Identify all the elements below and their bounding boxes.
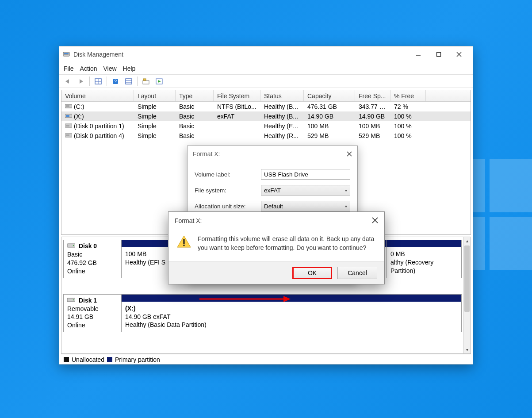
- svg-marker-8: [80, 79, 83, 84]
- volume-cell: Healthy (B...: [260, 103, 304, 110]
- volume-cell: Healthy (R...: [260, 132, 304, 139]
- volume-cell: 529 MB: [355, 132, 390, 139]
- svg-rect-29: [67, 244, 75, 247]
- cancel-button[interactable]: Cancel: [337, 267, 377, 279]
- window-title: Disk Management: [73, 51, 408, 58]
- format-volume-label-lbl: Volume label:: [195, 171, 261, 178]
- col-volume[interactable]: Volume: [61, 90, 134, 101]
- volume-row[interactable]: (C:)SimpleBasicNTFS (BitLo...Healthy (B.…: [61, 102, 471, 111]
- toolbar-view-split-icon[interactable]: [92, 76, 104, 87]
- disk1-title: Disk 1: [79, 297, 97, 304]
- disk1-status: Online: [67, 321, 118, 330]
- format-filesystem-select[interactable]: exFAT ▾: [261, 185, 350, 196]
- toolbar-list-icon[interactable]: [123, 76, 134, 87]
- svg-rect-31: [67, 298, 75, 302]
- toolbar-help-icon[interactable]: ?: [110, 76, 121, 87]
- drive-icon: [65, 132, 72, 138]
- drive-icon: [65, 113, 72, 118]
- volume-cell: Basic: [176, 123, 214, 130]
- svg-rect-17: [143, 81, 149, 84]
- volume-row[interactable]: (Disk 0 partition 4)SimpleBasicHealthy (…: [61, 131, 471, 141]
- volume-cell: 14.90 GB: [355, 113, 390, 120]
- disk0-info: Disk 0 Basic 476.92 GB Online: [63, 240, 122, 278]
- svg-rect-22: [66, 105, 69, 107]
- svg-rect-14: [126, 79, 132, 84]
- format-aus-select[interactable]: Default ▾: [261, 201, 350, 211]
- volume-cell: 529 MB: [304, 132, 355, 139]
- ok-button[interactable]: OK: [292, 267, 332, 279]
- legend-unallocated: Unallocated: [72, 356, 104, 363]
- format-aus-value: Default: [264, 203, 283, 210]
- col-layout[interactable]: Layout: [134, 90, 176, 101]
- disks-scrollbar[interactable]: ▴ ▾: [463, 237, 471, 353]
- volume-cell: (X:): [61, 113, 134, 120]
- legend-primary: Primary partition: [115, 356, 160, 363]
- disk-icon: [67, 296, 75, 302]
- format-dialog-close-icon[interactable]: [334, 151, 352, 157]
- partition[interactable]: 0 MBalthy (Recovery Partition): [387, 240, 461, 278]
- confirm-dialog-titlebar[interactable]: Format X:: [168, 212, 384, 230]
- disk0-size: 476.92 GB: [67, 259, 118, 267]
- toolbar-back-icon[interactable]: [62, 76, 73, 87]
- menu-file[interactable]: File: [64, 65, 74, 72]
- titlebar[interactable]: Disk Management: [59, 46, 473, 62]
- menu-view[interactable]: View: [103, 65, 116, 72]
- col-pctfree[interactable]: % Free: [390, 90, 426, 101]
- menu-help[interactable]: Help: [123, 65, 136, 72]
- disk1-partitions: (X:)14.90 GB exFATHealthy (Basic Data Pa…: [122, 294, 462, 333]
- volume-cell: 100 MB: [355, 123, 390, 130]
- partition[interactable]: (X:)14.90 GB exFATHealthy (Basic Data Pa…: [122, 295, 461, 332]
- partition-header-bar: [122, 240, 169, 247]
- volume-cell: 14.90 GB: [304, 113, 355, 120]
- scroll-up-icon[interactable]: ▴: [463, 237, 471, 245]
- svg-rect-26: [66, 125, 69, 127]
- volume-cell: NTFS (BitLo...: [214, 103, 260, 110]
- partition[interactable]: 100 MBHealthy (EFI S: [122, 240, 169, 278]
- volume-cell: exFAT: [214, 113, 260, 120]
- volume-row[interactable]: (Disk 0 partition 1)SimpleBasicHealthy (…: [61, 121, 471, 131]
- disk-row-1[interactable]: Disk 1 Removable 14.91 GB Online (X:)14.…: [63, 294, 462, 333]
- volume-cell: Simple: [134, 113, 176, 120]
- menu-action[interactable]: Action: [80, 65, 97, 72]
- format-volume-label-input[interactable]: [261, 169, 350, 180]
- svg-point-30: [73, 245, 74, 246]
- svg-rect-18: [143, 79, 146, 81]
- col-capacity[interactable]: Capacity: [304, 90, 355, 101]
- chevron-down-icon: ▾: [345, 204, 347, 209]
- col-filesystem[interactable]: File System: [214, 90, 260, 101]
- confirm-dialog-close-icon[interactable]: [372, 217, 378, 225]
- volume-cell: 476.31 GB: [304, 103, 355, 110]
- drive-icon: [65, 103, 72, 108]
- col-status[interactable]: Status: [260, 90, 304, 101]
- volumes-header-row: Volume Layout Type File System Status Ca…: [61, 90, 471, 102]
- close-button[interactable]: [449, 48, 469, 61]
- drive-icon: [65, 123, 72, 128]
- volume-cell: 100 %: [390, 132, 426, 139]
- volume-row[interactable]: (X:)SimpleBasicexFATHealthy (B...14.90 G…: [61, 111, 471, 121]
- scroll-thumb[interactable]: [464, 245, 470, 312]
- toolbar: ?: [59, 75, 473, 88]
- svg-marker-20: [158, 80, 161, 83]
- format-dialog-titlebar[interactable]: Format X:: [188, 146, 357, 162]
- toolbar-forward-icon[interactable]: [75, 76, 87, 87]
- svg-rect-24: [66, 115, 69, 117]
- minimize-button[interactable]: [408, 48, 429, 61]
- toolbar-action-icon[interactable]: [153, 76, 165, 87]
- format-filesystem-value: exFAT: [264, 187, 281, 194]
- maximize-button[interactable]: [429, 48, 449, 61]
- scroll-down-icon[interactable]: ▾: [463, 346, 471, 353]
- warning-icon: [176, 235, 191, 248]
- svg-rect-4: [437, 53, 441, 57]
- volume-cell: 72 %: [390, 103, 426, 110]
- format-confirm-dialog: Format X: Formatting this volume will er…: [168, 211, 385, 284]
- toolbar-properties-icon[interactable]: [140, 76, 152, 87]
- col-freespace[interactable]: Free Sp...: [355, 90, 390, 101]
- svg-rect-38: [183, 239, 184, 244]
- volume-cell: Basic: [176, 132, 214, 139]
- col-type[interactable]: Type: [176, 90, 214, 101]
- menubar: File Action View Help: [59, 62, 473, 75]
- diskmgmt-app-icon: [63, 51, 70, 58]
- confirm-dialog-message: Formatting this volume will erase all da…: [198, 235, 376, 252]
- svg-marker-7: [65, 79, 69, 84]
- svg-rect-1: [64, 53, 69, 54]
